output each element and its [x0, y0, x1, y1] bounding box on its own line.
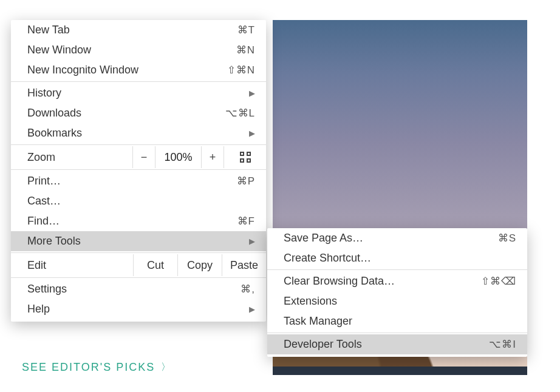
menu-downloads-label: Downloads: [27, 107, 225, 120]
menu-separator: [267, 269, 527, 270]
menu-print-label: Print…: [27, 175, 237, 188]
menu-new-tab[interactable]: New Tab ⌘T: [11, 20, 266, 40]
chevron-right-icon: 〉: [161, 361, 172, 374]
menu-edit-label: Edit: [11, 254, 133, 276]
menu-zoom-label: Zoom: [11, 146, 132, 168]
menu-separator: [267, 333, 527, 333]
submenu-extensions[interactable]: Extensions: [267, 291, 527, 311]
browser-main-menu: New Tab ⌘T New Window ⌘N New Incognito W…: [11, 20, 266, 322]
menu-cast[interactable]: Cast…: [11, 191, 266, 211]
see-editors-picks-label: SEE EDITOR'S PICKS: [22, 361, 155, 374]
submenu-task-manager-label: Task Manager: [284, 315, 516, 328]
menu-print[interactable]: Print… ⌘P: [11, 171, 266, 191]
submenu-developer-tools-label: Developer Tools: [284, 338, 489, 351]
menu-separator: [11, 252, 266, 253]
menu-find[interactable]: Find… ⌘F: [11, 211, 266, 231]
more-tools-submenu: Save Page As… ⌘S Create Shortcut… Clear …: [267, 228, 527, 357]
menu-history-label: History: [27, 87, 249, 100]
menu-history[interactable]: History ▶: [11, 83, 266, 103]
submenu-clear-browsing-data[interactable]: Clear Browsing Data… ⇧⌘⌫: [267, 271, 527, 291]
menu-separator: [11, 81, 266, 82]
menu-find-label: Find…: [27, 215, 237, 228]
zoom-out-button[interactable]: −: [132, 146, 155, 168]
menu-bookmarks-label: Bookmarks: [27, 127, 249, 140]
see-editors-picks-link[interactable]: SEE EDITOR'S PICKS 〉: [22, 361, 172, 374]
menu-zoom-row: Zoom − 100% +: [11, 146, 266, 168]
fullscreen-button[interactable]: [224, 146, 266, 168]
menu-settings[interactable]: Settings ⌘,: [11, 279, 266, 299]
menu-help-label: Help: [27, 303, 249, 316]
submenu-developer-tools-shortcut: ⌥⌘I: [489, 338, 516, 351]
menu-print-shortcut: ⌘P: [237, 175, 255, 188]
edit-copy-button[interactable]: Copy: [177, 254, 222, 276]
submenu-arrow-icon: ▶: [249, 237, 255, 246]
menu-downloads[interactable]: Downloads ⌥⌘L: [11, 103, 266, 123]
submenu-create-shortcut[interactable]: Create Shortcut…: [267, 248, 527, 268]
menu-separator: [11, 277, 266, 278]
bottom-dark-strip: [273, 367, 527, 375]
menu-cast-label: Cast…: [27, 195, 255, 208]
submenu-save-page-as[interactable]: Save Page As… ⌘S: [267, 228, 527, 248]
submenu-task-manager[interactable]: Task Manager: [267, 311, 527, 331]
menu-separator: [11, 169, 266, 170]
menu-downloads-shortcut: ⌥⌘L: [225, 107, 255, 120]
menu-new-tab-label: New Tab: [27, 24, 237, 36]
zoom-in-button[interactable]: +: [201, 146, 224, 168]
menu-new-tab-shortcut: ⌘T: [237, 24, 255, 36]
menu-new-window-label: New Window: [27, 44, 236, 56]
edit-paste-button[interactable]: Paste: [222, 254, 266, 276]
menu-find-shortcut: ⌘F: [237, 215, 255, 228]
submenu-extensions-label: Extensions: [284, 295, 516, 308]
menu-settings-shortcut: ⌘,: [241, 283, 255, 296]
menu-bookmarks[interactable]: Bookmarks ▶: [11, 123, 266, 143]
menu-new-incognito-shortcut: ⇧⌘N: [227, 64, 255, 76]
submenu-arrow-icon: ▶: [249, 89, 255, 98]
submenu-developer-tools[interactable]: Developer Tools ⌥⌘I: [267, 334, 527, 354]
menu-more-tools-label: More Tools: [27, 235, 249, 248]
fullscreen-icon: [240, 152, 251, 163]
submenu-create-shortcut-label: Create Shortcut…: [284, 252, 516, 265]
zoom-value: 100%: [155, 146, 201, 168]
submenu-arrow-icon: ▶: [249, 305, 255, 314]
menu-more-tools[interactable]: More Tools ▶: [11, 231, 266, 251]
submenu-clear-browsing-shortcut: ⇧⌘⌫: [481, 275, 516, 288]
menu-edit-row: Edit Cut Copy Paste: [11, 254, 266, 276]
menu-new-window[interactable]: New Window ⌘N: [11, 40, 266, 60]
submenu-clear-browsing-label: Clear Browsing Data…: [284, 275, 481, 288]
submenu-arrow-icon: ▶: [249, 129, 255, 138]
menu-settings-label: Settings: [27, 283, 241, 296]
menu-separator: [11, 144, 266, 145]
edit-cut-button[interactable]: Cut: [133, 254, 177, 276]
menu-new-incognito[interactable]: New Incognito Window ⇧⌘N: [11, 60, 266, 80]
menu-new-window-shortcut: ⌘N: [236, 44, 255, 56]
menu-new-incognito-label: New Incognito Window: [27, 64, 227, 76]
submenu-save-page-as-label: Save Page As…: [284, 232, 498, 245]
submenu-save-page-as-shortcut: ⌘S: [498, 232, 516, 245]
menu-help[interactable]: Help ▶: [11, 299, 266, 319]
